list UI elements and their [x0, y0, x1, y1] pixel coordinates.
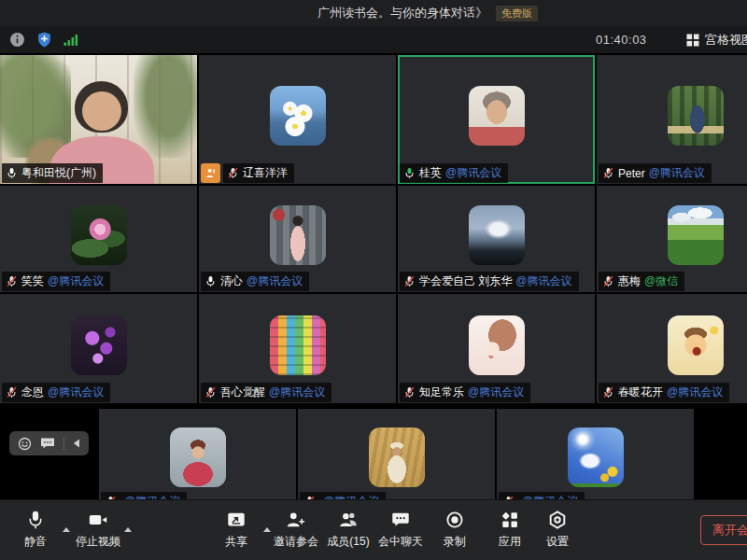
participant-service: @腾讯会议: [48, 385, 104, 400]
participant-avatar-laughing-child: [668, 315, 724, 375]
participant-label-row: 惠梅@微信: [599, 272, 684, 291]
participant-name: 笑笑: [21, 273, 44, 289]
toolbar-record-button[interactable]: 录制: [444, 507, 466, 550]
participant-tile[interactable]: 笑笑@腾讯会议: [0, 186, 197, 292]
participant-name-label: 清心@腾讯会议: [201, 272, 309, 291]
participant-name-label: 惠梅@微信: [599, 272, 684, 291]
participant-service: @腾讯会议: [649, 165, 705, 181]
mic-muted-icon: [6, 275, 18, 287]
apps-icon: [500, 507, 520, 532]
participant-name-label: Peter@腾讯会议: [599, 163, 712, 183]
participant-name-label: 辽喜洋洋: [223, 163, 294, 183]
participant-avatar-sky-hill: [469, 205, 525, 265]
participant-service: @腾讯会议: [522, 494, 578, 499]
toolbar-camera-button[interactable]: 停止视频: [76, 507, 120, 550]
toolbar-button-label: 设置: [546, 534, 569, 550]
mic-muted-icon: [502, 496, 514, 499]
participant-name-label: 学会爱自己 刘东华@腾讯会议: [400, 272, 579, 291]
participant-tile[interactable]: 辽喜洋洋: [199, 55, 396, 184]
participant-name: 辽喜洋洋: [243, 165, 288, 181]
meeting-elapsed-time: 01:40:03: [596, 26, 647, 53]
participant-name: 春暖花开: [618, 385, 663, 400]
participant-label-row: 笑笑@腾讯会议: [2, 272, 110, 291]
participant-tile[interactable]: 惠梅@微信: [597, 186, 747, 292]
participant-name: 学会爱自己 刘东华: [419, 273, 512, 289]
mic-muted-icon: [227, 167, 239, 179]
mic-muted-icon: [602, 167, 614, 179]
participant-service: @腾讯会议: [667, 385, 723, 400]
participant-service: @腾讯会议: [269, 385, 325, 400]
toolbar-button-label: 停止视频: [76, 534, 120, 550]
participant-tile[interactable]: @腾讯会议: [298, 409, 495, 499]
invite-icon: [286, 507, 306, 532]
participant-tile[interactable]: 桂英@腾讯会议: [398, 55, 595, 184]
leave-meeting-button[interactable]: 离开会议: [700, 515, 747, 545]
participant-label-row: @腾讯会议: [499, 492, 585, 499]
participant-name: 粤和田悦(广州): [21, 165, 96, 181]
participant-tile[interactable]: Peter@腾讯会议: [597, 55, 747, 184]
bottom-toolbar: 离开会议 静音停止视频共享邀请参会成员(15)会中聊天录制应用设置: [0, 499, 747, 560]
participant-tile[interactable]: @腾讯会议: [497, 409, 694, 499]
toolbar-share-screen-button[interactable]: 共享: [225, 507, 247, 550]
toolbar-apps-button[interactable]: 应用: [499, 507, 521, 550]
toolbar-button-label: 会中聊天: [378, 534, 423, 550]
participant-avatar-daisies-lake: [270, 86, 326, 146]
video-person: [82, 91, 121, 132]
participant-name-label: @腾讯会议: [499, 492, 585, 499]
participant-name: Peter: [618, 167, 645, 180]
chat-bubble-icon[interactable]: [40, 437, 55, 450]
participant-label-row: 吾心觉醒@腾讯会议: [201, 383, 331, 402]
security-shield-icon[interactable]: [37, 32, 51, 48]
participant-tile[interactable]: 春暖花开@腾讯会议: [597, 294, 747, 403]
participant-avatar-purple-flowers: [71, 315, 127, 375]
expand-menu-caret[interactable]: [124, 527, 132, 532]
network-signal-icon: [63, 33, 79, 47]
participant-tile[interactable]: 粤和田悦(广州): [0, 55, 197, 184]
mic-muted-icon: [403, 386, 416, 399]
collapse-left-icon[interactable]: [73, 439, 80, 448]
toolbar-invite-button[interactable]: 邀请参会: [274, 507, 318, 550]
settings-icon: [547, 507, 568, 532]
expand-menu-caret[interactable]: [63, 527, 70, 532]
participant-name-label: 笑笑@腾讯会议: [2, 272, 110, 291]
participant-tile[interactable]: 学会爱自己 刘东华@腾讯会议: [398, 186, 595, 292]
mic-muted-icon: [204, 386, 217, 399]
participant-avatar-anime-girl: [469, 315, 525, 375]
toolbar-chat-button[interactable]: 会中聊天: [378, 507, 423, 550]
participant-tile[interactable]: 知足常乐@腾讯会议: [398, 294, 595, 403]
participant-name-label: 知足常乐@腾讯会议: [400, 383, 530, 402]
toolbar-members-button[interactable]: 成员(15): [327, 507, 369, 550]
toolbar-button-label: 共享: [225, 534, 247, 550]
participant-name-label: 桂英@腾讯会议: [400, 163, 508, 183]
participant-tile[interactable]: @腾讯会议: [99, 409, 296, 499]
mic-muted-icon: [403, 275, 416, 287]
participant-service: @腾讯会议: [124, 494, 180, 499]
mic-speaking-icon: [403, 167, 416, 179]
participant-tile[interactable]: 吾心觉醒@腾讯会议: [199, 294, 396, 403]
meeting-title-group: 广州读书会。与你的身体对话》 免费版: [317, 0, 538, 26]
participant-name-label: 吾心觉醒@腾讯会议: [201, 383, 331, 402]
participant-tile[interactable]: 念恩@腾讯会议: [0, 294, 197, 403]
participant-service: @腾讯会议: [445, 165, 501, 181]
toolbar-button-label: 邀请参会: [274, 534, 318, 550]
participant-name: 清心: [220, 273, 243, 289]
mic-muted-icon: [602, 275, 614, 287]
view-mode-button[interactable]: 宫格视图: [686, 26, 747, 53]
participant-label-row: 学会爱自己 刘东华@腾讯会议: [400, 272, 579, 291]
record-icon: [444, 507, 465, 532]
participant-avatar-bamboo-man: [668, 86, 724, 146]
participant-service: @腾讯会议: [515, 273, 571, 289]
info-icon[interactable]: [9, 32, 25, 48]
smiley-icon[interactable]: [18, 437, 32, 451]
participant-name: 吾心觉醒: [220, 385, 265, 400]
toolbar-settings-button[interactable]: 设置: [546, 507, 569, 550]
toolbar-mic-button[interactable]: 静音: [24, 507, 47, 550]
participant-tile[interactable]: 清心@腾讯会议: [199, 186, 396, 292]
free-version-badge: 免费版: [496, 6, 538, 21]
view-mode-label: 宫格视图: [705, 32, 747, 49]
participant-avatar-colorful-faces: [270, 315, 326, 375]
expand-menu-caret[interactable]: [263, 527, 271, 532]
participant-label-row: @腾讯会议: [300, 492, 386, 499]
mic-muted-icon: [105, 496, 117, 499]
camera-icon: [88, 507, 108, 532]
